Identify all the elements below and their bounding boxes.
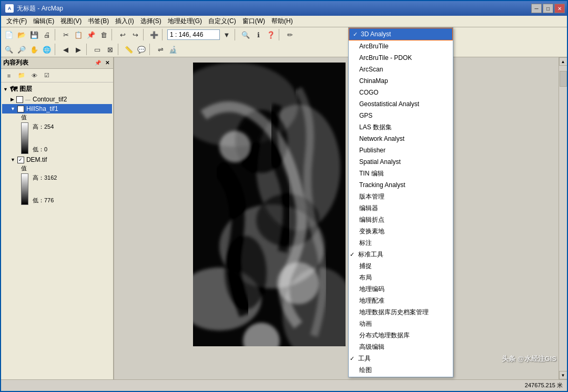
magnifier-button[interactable]: 🔬 <box>167 44 179 55</box>
find-button[interactable]: 🔍 <box>240 29 251 40</box>
menu-item-label: 分布式地理数据库 <box>359 331 410 340</box>
cut-button[interactable]: ✂ <box>60 29 72 40</box>
menu-item-cogo[interactable]: COGO <box>349 87 453 98</box>
forward-extent-button[interactable]: ▶ <box>73 44 84 55</box>
full-extent-button[interactable]: 🌐 <box>41 44 53 55</box>
menu-item-animation[interactable]: 动画 <box>349 318 453 329</box>
menu-item-gps[interactable]: GPS <box>349 110 453 121</box>
editor-button[interactable]: ✏ <box>284 29 296 40</box>
save-button[interactable]: 💾 <box>28 29 40 40</box>
menu-item-geometric-network-edit[interactable]: 几何网络编辑 <box>349 376 453 377</box>
menu-edit[interactable]: 编辑(E) <box>30 16 57 27</box>
menu-view[interactable]: 视图(V) <box>57 16 85 27</box>
menu-item-tin[interactable]: TIN 编辑 <box>349 168 453 179</box>
add-data-button[interactable]: ➕ <box>148 29 160 40</box>
menu-select[interactable]: 选择(S) <box>137 16 165 27</box>
hillsha-checkbox[interactable] <box>17 106 24 112</box>
toc-list-by-visibility[interactable]: 👁 <box>28 70 40 81</box>
menu-geoprocessing[interactable]: 地理处理(G) <box>165 16 205 27</box>
layers-expand-arrow: ▼ <box>3 87 8 92</box>
minimize-button[interactable]: ─ <box>531 4 542 13</box>
menu-item-las[interactable]: LAS 数据集 <box>349 121 453 133</box>
toc-pin-button[interactable]: 📌 <box>93 59 103 66</box>
menu-item-publisher[interactable]: Publisher <box>349 145 453 156</box>
menu-item-version-mgmt[interactable]: 版本管理 <box>349 191 453 202</box>
scale-input[interactable]: 1 : 146, 446 <box>167 29 220 40</box>
menu-item-geodatabase-archive[interactable]: 地理数据库历史档案管理 <box>349 306 453 318</box>
zoom-out-button[interactable]: 🔎 <box>16 44 27 55</box>
menu-item-label: 绘图 <box>359 366 372 375</box>
map-area[interactable]: ▲ ▼ 头条 @水经注GIS <box>114 57 567 379</box>
menu-window[interactable]: 窗口(W) <box>239 16 268 27</box>
menu-item-snapping[interactable]: 捕捉 <box>349 260 453 272</box>
back-extent-button[interactable]: ◀ <box>60 44 72 55</box>
clear-selection-button[interactable]: ⊠ <box>104 44 116 55</box>
main-area: 内容列表 📌 ✕ ≡ 📁 👁 ☑ ▼ 🗺 图层 <box>1 57 567 379</box>
restore-button[interactable]: □ <box>543 4 553 13</box>
menu-item-spatial-analyst[interactable]: Spatial Analyst <box>349 156 453 168</box>
menu-item-annotation[interactable]: 标注 <box>349 237 453 249</box>
hillsha-label: HillSha_tif1 <box>26 105 58 112</box>
menu-item-distributed-geodatabase[interactable]: 分布式地理数据库 <box>349 329 453 341</box>
menu-item-label: COGO <box>359 89 379 96</box>
layer-contour-tif2[interactable]: ▶ — Contour_tif2 <box>2 95 112 104</box>
menu-help[interactable]: 帮助(H) <box>268 16 296 27</box>
menu-item-network-analyst[interactable]: Network Analyst <box>349 133 453 145</box>
layers-group-header[interactable]: ▼ 🗺 图层 <box>2 84 112 95</box>
toc-list-by-selection[interactable]: ☑ <box>41 70 53 81</box>
scroll-thumb[interactable] <box>560 71 567 87</box>
menu-item-draw[interactable]: 绘图 <box>349 364 453 376</box>
menu-item-tracking[interactable]: Tracking Analyst <box>349 179 453 191</box>
menu-item-tools[interactable]: ✓ 工具 <box>349 353 453 364</box>
open-button[interactable]: 📂 <box>16 29 27 40</box>
paste-button[interactable]: 📌 <box>85 29 97 40</box>
layer-dem-tif[interactable]: ▼ DEM.tif <box>2 155 112 164</box>
dem-expand: ▼ <box>11 157 15 162</box>
menu-item-standard-tools[interactable]: ✓ 标准工具 <box>349 249 453 260</box>
map-tips-button[interactable]: 💬 <box>136 44 147 55</box>
menu-item-chinamap[interactable]: ChinaMap <box>349 75 453 87</box>
new-button[interactable]: 📄 <box>3 29 15 40</box>
toc-list-by-source[interactable]: 📁 <box>16 70 27 81</box>
menu-item-geocoding[interactable]: 地理编码 <box>349 283 453 295</box>
menu-item-geostatistical[interactable]: Geostatistical Analyst <box>349 98 453 110</box>
menu-item-arcscan[interactable]: ArcScan <box>349 64 453 75</box>
go-to-scale[interactable]: ▼ <box>221 29 232 40</box>
menu-insert[interactable]: 插入(I) <box>112 16 137 27</box>
layer-hillsha-tif1[interactable]: ▼ HillSha_tif1 <box>2 104 112 114</box>
menu-item-georeferencing[interactable]: 地理配准 <box>349 295 453 306</box>
scroll-up-button[interactable]: ▲ <box>559 57 567 66</box>
menu-item-editor[interactable]: 编辑器 <box>349 202 453 214</box>
menu-item-label: 变换素地 <box>359 227 384 236</box>
redo-button[interactable]: ↪ <box>129 29 141 40</box>
copy-button[interactable]: 📋 <box>73 29 84 40</box>
toc-close-button[interactable]: ✕ <box>104 59 111 66</box>
identify-button[interactable]: ℹ <box>252 29 264 40</box>
menu-item-advanced-editing[interactable]: 高级编辑 <box>349 341 453 353</box>
undo-button[interactable]: ↩ <box>117 29 128 40</box>
scroll-track[interactable] <box>559 66 567 371</box>
close-button[interactable]: ✕ <box>554 4 565 13</box>
toolbar-sep-9 <box>118 44 121 55</box>
zoom-in-button[interactable]: 🔍 <box>3 44 15 55</box>
menu-bookmark[interactable]: 书签(B) <box>85 16 112 27</box>
select-features-button[interactable]: ▭ <box>92 44 103 55</box>
pan-button[interactable]: ✋ <box>28 44 40 55</box>
menu-customize[interactable]: 自定义(C) <box>205 16 239 27</box>
map-vscrollbar[interactable]: ▲ ▼ <box>559 57 567 379</box>
dem-checkbox[interactable] <box>17 157 24 163</box>
menu-file[interactable]: 文件(F) <box>3 16 30 27</box>
print-button[interactable]: 🖨 <box>41 29 53 40</box>
menu-item-edit-vertices[interactable]: 编辑折点 <box>349 214 453 225</box>
help-button[interactable]: ❓ <box>265 29 277 40</box>
scroll-down-button[interactable]: ▼ <box>559 371 567 379</box>
toolbar-sep-6 <box>279 29 282 40</box>
menu-item-layout[interactable]: 布局 <box>349 272 453 283</box>
menu-item-transform[interactable]: 变换素地 <box>349 225 453 237</box>
toc-list-by-drawing-order[interactable]: ≡ <box>3 70 15 81</box>
contour-checkbox[interactable] <box>16 96 23 103</box>
swipe-button[interactable]: ⇌ <box>155 44 166 55</box>
measure-button[interactable]: 📏 <box>123 44 135 55</box>
menu-item-arcbrutile-pdok[interactable]: ArcBruTile - PDOK <box>349 57 453 64</box>
delete-button[interactable]: 🗑 <box>98 29 109 40</box>
